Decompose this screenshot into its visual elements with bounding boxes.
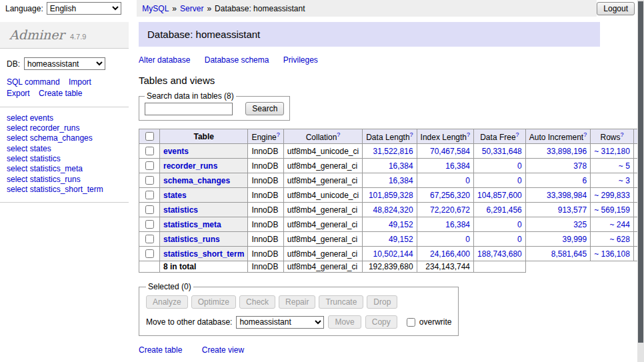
adminer-page: Language: English MySQL » Server » Datab… — [0, 0, 644, 362]
move-database-select[interactable]: homeassistant — [236, 316, 324, 329]
row-checkbox[interactable] — [145, 205, 154, 214]
sidebar-item-select-recorder-runs[interactable]: select recorder_runs — [7, 123, 122, 133]
table-name-link[interactable]: statistics_runs — [163, 235, 220, 244]
data-length-cell: 49,152 — [363, 217, 417, 232]
breadcrumb-mysql-link[interactable]: MySQL — [142, 4, 169, 13]
sidebar-item-select-statistics[interactable]: select statistics — [7, 154, 122, 164]
rows-count-link[interactable]: ~ 312,180 — [591, 144, 634, 159]
data-free-cell: 188,743,680 — [474, 247, 526, 261]
alter-database-link[interactable]: Alter database — [139, 55, 190, 65]
engine-cell: InnoDB — [248, 247, 283, 261]
breadcrumb-server-link[interactable]: Server — [180, 4, 203, 13]
help-icon[interactable]: ? — [516, 131, 519, 138]
overwrite-option: overwrite — [404, 316, 452, 329]
content-row: Adminer 4.7.9 DB: homeassistant SQL comm… — [0, 22, 644, 362]
logout-button[interactable]: Logout — [597, 2, 635, 15]
optimize-button[interactable]: Optimize — [191, 295, 236, 309]
sidebar-item-select-states[interactable]: select states — [7, 144, 122, 154]
selected-fieldset: Selected (0) Analyze Optimize Check Repa… — [139, 282, 459, 336]
create-view-link[interactable]: Create view — [202, 345, 244, 355]
sidebar-item-select-statistics-meta[interactable]: select statistics_meta — [7, 164, 122, 174]
index-length-cell: 72,220,672 — [417, 203, 473, 217]
row-checkbox[interactable] — [145, 235, 154, 243]
row-checkbox[interactable] — [145, 249, 154, 258]
sidebar-item-select-schema-changes[interactable]: select schema_changes — [7, 133, 122, 143]
app-logo: Adminer — [9, 27, 65, 42]
sidebar-item-select-events[interactable]: select events — [7, 113, 122, 123]
table-name-link[interactable]: statistics — [163, 205, 198, 215]
table-name-link[interactable]: schema_changes — [163, 176, 230, 185]
index-length-cell: 24,166,400 — [417, 247, 473, 261]
auto-increment-cell: 39,999 — [525, 232, 590, 247]
rows-count-link[interactable]: ~ 628 — [591, 232, 634, 247]
row-checkbox[interactable] — [145, 220, 154, 229]
copy-button[interactable]: Copy — [365, 315, 397, 329]
page-title: Database: homeassistant — [139, 22, 600, 47]
table-name-link[interactable]: events — [163, 147, 189, 156]
row-checkbox[interactable] — [145, 147, 154, 155]
table-row: events InnoDB utf8mb4_unicode_ci 31,522,… — [139, 144, 644, 159]
truncate-button[interactable]: Truncate — [319, 295, 363, 309]
privileges-link[interactable]: Privileges — [283, 55, 318, 65]
vertical-scrollbar[interactable] — [637, 0, 644, 362]
sidebar-item-select-statistics-short-term[interactable]: select statistics_short_term — [7, 185, 122, 195]
database-schema-link[interactable]: Database schema — [205, 55, 269, 65]
scrollbar-thumb[interactable] — [638, 1, 643, 343]
sidebar: Adminer 4.7.9 DB: homeassistant SQL comm… — [0, 22, 129, 362]
row-checkbox[interactable] — [145, 161, 154, 170]
help-icon[interactable]: ? — [583, 131, 587, 138]
column-header-auto-increment: Auto Increment? — [525, 129, 590, 144]
table-name-link[interactable]: states — [163, 191, 187, 200]
drop-button[interactable]: Drop — [367, 295, 397, 309]
table-name-link[interactable]: recorder_runs — [163, 161, 217, 171]
overwrite-checkbox[interactable] — [407, 318, 415, 327]
table-row: schema_changes InnoDB utf8mb4_general_ci… — [139, 173, 644, 188]
auto-increment-cell: 8,581,645 — [525, 247, 590, 261]
breadcrumb: MySQL » Server » Database: homeassistant — [137, 0, 597, 17]
data-free-cell: 0 — [474, 173, 526, 188]
help-icon[interactable]: ? — [337, 131, 340, 138]
auto-increment-cell: 378 — [525, 159, 590, 173]
selected-buttons: Analyze Optimize Check Repair Truncate D… — [146, 295, 451, 309]
repair-button[interactable]: Repair — [279, 295, 315, 309]
data-length-cell: 16,384 — [363, 173, 417, 188]
table-name-link[interactable]: statistics_meta — [163, 220, 221, 229]
rows-count-link[interactable]: ~ 299,833 — [591, 188, 634, 203]
sidebar-link-sql-command[interactable]: SQL command — [7, 77, 60, 87]
analyze-button[interactable]: Analyze — [146, 295, 188, 309]
check-button[interactable]: Check — [239, 295, 275, 309]
help-icon[interactable]: ? — [467, 131, 470, 138]
row-checkbox[interactable] — [145, 191, 154, 199]
rows-count-link[interactable]: ~ 5 — [591, 159, 634, 173]
auto-increment-cell: 33,898,196 — [525, 144, 590, 159]
collation-cell: utf8mb4_general_ci — [283, 203, 362, 217]
table-name-link[interactable]: statistics_short_term — [163, 249, 244, 259]
help-icon[interactable]: ? — [410, 131, 413, 138]
db-select[interactable]: homeassistant — [24, 57, 105, 70]
data-length-cell: 31,522,816 — [363, 144, 417, 159]
engine-cell: InnoDB — [248, 144, 283, 159]
sidebar-link-export[interactable]: Export — [7, 89, 30, 98]
sidebar-link-create-table[interactable]: Create table — [39, 89, 82, 98]
selected-legend: Selected (0) — [146, 282, 193, 291]
help-icon[interactable]: ? — [621, 131, 624, 138]
rows-count-link[interactable]: ~ 244 — [591, 217, 634, 232]
auto-increment-cell: 33,398,984 — [525, 188, 590, 203]
sidebar-item-select-statistics-runs[interactable]: select statistics_runs — [7, 175, 122, 185]
help-icon[interactable]: ? — [277, 131, 280, 138]
search-input[interactable] — [145, 103, 233, 115]
sidebar-link-import[interactable]: Import — [69, 77, 91, 87]
rows-count-link[interactable]: ~ 569,159 — [591, 203, 634, 217]
search-button[interactable]: Search — [245, 102, 284, 115]
language-select[interactable]: English — [47, 2, 121, 15]
create-table-link[interactable]: Create table — [139, 345, 182, 355]
row-checkbox[interactable] — [145, 176, 154, 185]
rows-count-link[interactable]: ~ 3 — [591, 173, 634, 188]
rows-count-link[interactable]: ~ 136,108 — [591, 247, 634, 261]
collation-cell: utf8mb4_general_ci — [283, 217, 362, 232]
data-length-cell: 16,384 — [363, 159, 417, 173]
move-button[interactable]: Move — [328, 315, 361, 329]
select-all-checkbox[interactable] — [145, 132, 154, 141]
search-fieldset: Search data in tables (8) Search — [139, 91, 290, 121]
engine-cell: InnoDB — [248, 217, 283, 232]
